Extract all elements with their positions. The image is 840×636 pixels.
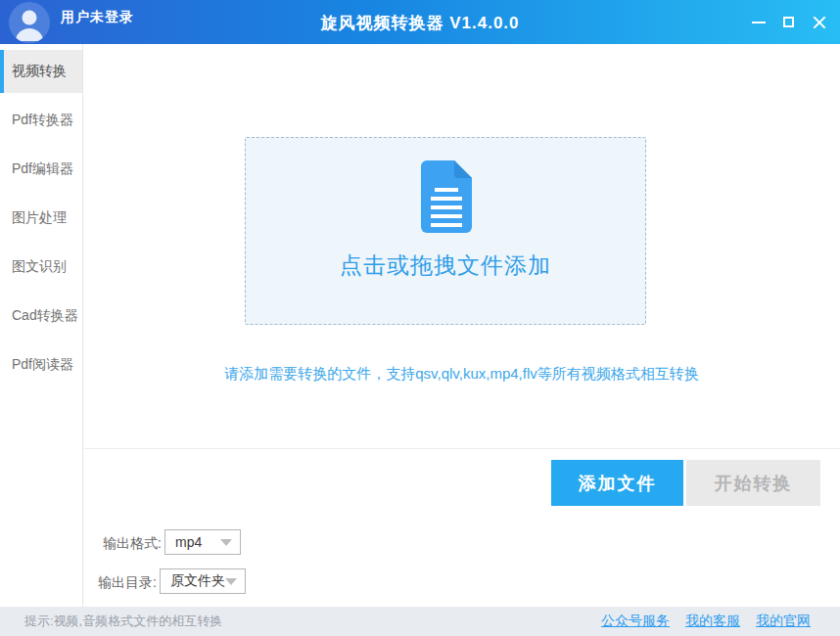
format-hint-text: 请添加需要转换的文件，支持qsv,qlv,kux,mp4,flv等所有视频格式相… — [83, 365, 840, 384]
sidebar-item-pdf-converter[interactable]: Pdf转换器 — [0, 99, 82, 142]
add-file-button[interactable]: 添加文件 — [551, 460, 683, 506]
sidebar-item-video-convert[interactable]: 视频转换 — [0, 50, 82, 93]
section-divider — [84, 448, 840, 449]
status-links: 公众号服务 我的客服 我的官网 — [601, 613, 811, 630]
link-my-customer-service[interactable]: 我的客服 — [685, 613, 740, 630]
chevron-down-icon — [220, 539, 232, 546]
status-bar: 提示:视频,音频格式文件的相互转换 公众号服务 我的客服 我的官网 — [0, 607, 840, 636]
output-dir-select[interactable]: 原文件夹 — [160, 568, 246, 594]
close-button[interactable] — [804, 0, 834, 44]
sidebar: 视频转换 Pdf转换器 Pdf编辑器 图片处理 图文识别 Cad转换器 Pdf阅… — [0, 44, 83, 607]
file-drop-zone[interactable]: 点击或拖拽文件添加 — [245, 137, 646, 325]
close-icon — [813, 16, 826, 29]
link-official-account-service[interactable]: 公众号服务 — [601, 613, 670, 630]
output-dir-label: 输出目录: — [98, 574, 157, 592]
minimize-icon — [752, 22, 766, 23]
sidebar-item-ocr[interactable]: 图文识别 — [0, 246, 82, 289]
start-convert-button[interactable]: 开始转换 — [686, 460, 820, 506]
minimize-button[interactable] — [743, 0, 773, 44]
dropzone-label: 点击或拖拽文件添加 — [246, 250, 645, 281]
title-bar: 用户未登录 旋风视频转换器 V1.4.0.0 — [0, 0, 840, 44]
maximize-icon — [783, 17, 794, 27]
sidebar-item-pdf-editor[interactable]: Pdf编辑器 — [0, 148, 82, 191]
output-format-value: mp4 — [175, 534, 220, 550]
chevron-down-icon — [225, 578, 237, 585]
window-title: 旋风视频转换器 V1.4.0.0 — [0, 12, 840, 34]
document-file-icon — [421, 160, 472, 233]
sidebar-item-image-processing[interactable]: 图片处理 — [0, 197, 82, 240]
link-my-official-site[interactable]: 我的官网 — [756, 613, 811, 630]
sidebar-item-cad-converter[interactable]: Cad转换器 — [0, 295, 82, 338]
output-format-label: 输出格式: — [103, 535, 162, 553]
status-tip-text: 提示:视频,音频格式文件的相互转换 — [24, 613, 601, 630]
window-controls — [743, 0, 834, 44]
sidebar-item-pdf-reader[interactable]: Pdf阅读器 — [0, 343, 82, 386]
output-format-select[interactable]: mp4 — [164, 529, 241, 555]
maximize-button[interactable] — [773, 0, 804, 44]
output-dir-value: 原文件夹 — [170, 572, 225, 590]
